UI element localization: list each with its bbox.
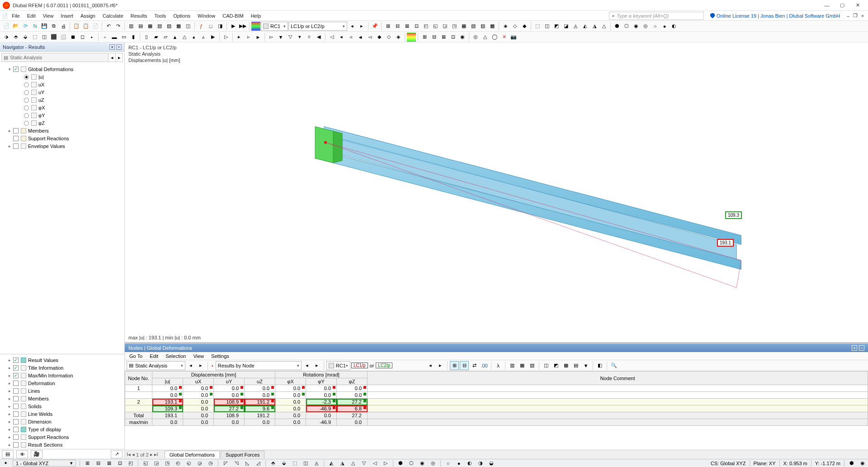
sb-3[interactable]: ⊠	[105, 460, 113, 467]
view-btn-10[interactable]: ▧	[469, 22, 478, 31]
view-btn-3[interactable]: ⊠	[402, 22, 411, 31]
panel-3[interactable]: ▦	[146, 22, 155, 31]
menu-edit[interactable]: Edit	[24, 11, 39, 21]
tb2-23[interactable]: ▷	[222, 33, 231, 42]
sb-23[interactable]: ◮	[339, 460, 346, 467]
rp-next3[interactable]: ▸	[436, 361, 445, 370]
tb2-48[interactable]: △	[481, 33, 490, 42]
rp-menu-settings[interactable]: Settings	[211, 353, 229, 359]
view-btn-16[interactable]: ⬚	[533, 22, 542, 31]
view-btn-23[interactable]: △	[599, 22, 609, 31]
sb-12[interactable]: ◷	[207, 460, 214, 467]
view-btn-14[interactable]: ◇	[510, 22, 519, 31]
analysis-type-combo[interactable]: ▤Static Analysis	[1, 53, 108, 62]
menu-tools[interactable]: Tools	[151, 11, 170, 21]
func-3[interactable]: ◨	[216, 22, 225, 31]
tree-item-envelopevalues[interactable]: ▸Envelope Values	[2, 143, 123, 150]
sb-17[interactable]: ⬘	[269, 460, 277, 467]
col-uX[interactable]: uX	[183, 378, 214, 385]
nav-tab-2[interactable]: 👁	[16, 450, 28, 458]
view-btn-8[interactable]: ◳	[450, 22, 459, 31]
rp-tool-1[interactable]: ⊞	[450, 361, 459, 370]
col-|u|[interactable]: |u|	[152, 378, 183, 385]
col-φY[interactable]: φY	[306, 378, 337, 385]
sb-15[interactable]: ◺	[244, 460, 251, 467]
rp-resultsby-combo[interactable]: Results by Node	[216, 361, 302, 370]
rp-tool-8[interactable]: ▧	[528, 361, 537, 370]
sb-22[interactable]: ◭	[328, 460, 335, 467]
rp-help-button[interactable]: 🔍	[609, 361, 618, 370]
lower-item-max-min-information[interactable]: ▸Max/Min Information	[2, 372, 123, 379]
sb-36[interactable]: ◒	[488, 460, 495, 467]
view-btn-24[interactable]: ⬢	[613, 22, 622, 31]
lower-item-result-values[interactable]: ▸Result Values	[2, 357, 123, 364]
tb2-32[interactable]: ◀	[314, 33, 323, 42]
sb-2[interactable]: ⊟	[94, 460, 102, 467]
tb2-19[interactable]: △	[180, 33, 189, 42]
camera-button[interactable]: 📷	[509, 33, 518, 42]
view-btn-21[interactable]: ◭	[580, 22, 590, 31]
menu-file[interactable]: File	[8, 11, 24, 21]
sb-7[interactable]: ◲	[153, 460, 160, 467]
panel-2[interactable]: ▤	[136, 22, 145, 31]
calc-all-button[interactable]: ▶▶	[238, 22, 247, 31]
sb-end1[interactable]: ⬢	[848, 460, 855, 467]
tb2-42[interactable]: ⊞	[420, 33, 429, 42]
sb-10[interactable]: ◵	[185, 460, 193, 467]
viewport[interactable]: RC1 - LC1/p or LC2/p Static Analysis Dis…	[125, 43, 868, 459]
rp-tool-5[interactable]: λ	[494, 361, 503, 370]
tree-item-globaldeformations[interactable]: ▾Global Deformations	[2, 66, 123, 73]
tb2-8[interactable]: ◼	[68, 33, 77, 42]
file-icon[interactable]: 📄	[2, 11, 8, 21]
view-btn-27[interactable]: ◎	[641, 22, 650, 31]
col-uZ[interactable]: uZ	[245, 378, 275, 385]
panel-1[interactable]: ▥	[127, 22, 136, 31]
view-btn-1[interactable]: ⊞	[383, 22, 392, 31]
tb2-35[interactable]: ◃	[346, 33, 355, 42]
tb2-13[interactable]: ▭	[119, 33, 128, 42]
view-btn-20[interactable]: ◬	[571, 22, 580, 31]
view-btn-19[interactable]: ◪	[561, 22, 571, 31]
sb-26[interactable]: ◁	[371, 460, 378, 467]
doc-minimize[interactable]: –	[844, 12, 852, 19]
sb-32[interactable]: ○	[444, 460, 452, 467]
func-1[interactable]: ƒ	[197, 22, 206, 31]
rp-tool-6[interactable]: ▥	[508, 361, 517, 370]
rp-tool-4[interactable]: .00	[480, 361, 489, 370]
sb-34[interactable]: ◐	[466, 460, 473, 467]
panel-7[interactable]: ◫	[184, 22, 193, 31]
sb-end2[interactable]: ◉	[859, 460, 866, 467]
rp-tool-12[interactable]: ▤	[571, 361, 580, 370]
rp-menu-selection[interactable]: Selection	[165, 353, 186, 359]
view-btn-12[interactable]: ▩	[488, 22, 497, 31]
calc-button[interactable]: ▶	[229, 22, 238, 31]
sb-5[interactable]: ◰	[127, 460, 134, 467]
rp-tool-3[interactable]: ⇄	[470, 361, 479, 370]
results-color-btn[interactable]	[407, 33, 416, 42]
sb-8[interactable]: ◳	[164, 460, 171, 467]
color-scale-button[interactable]	[251, 22, 260, 31]
table-row[interactable]: 10.00.00.00.00.00.00.0	[125, 385, 868, 392]
pager-first[interactable]: I◂	[127, 452, 131, 457]
lower-item-title-information[interactable]: ▸Title Information	[2, 364, 123, 372]
tree-item-uz[interactable]: uZ	[2, 96, 123, 104]
minimize-button[interactable]: —	[819, 0, 835, 10]
view-btn-15[interactable]: ◆	[520, 22, 529, 31]
sb-cs-icon[interactable]: ✦	[2, 460, 9, 467]
view-btn-26[interactable]: ◉	[632, 22, 641, 31]
saveall-button[interactable]: ⧉	[49, 22, 58, 31]
pin-button[interactable]: 📌	[370, 22, 379, 31]
view-btn-29[interactable]: ●	[660, 22, 669, 31]
sb-13[interactable]: ◸	[222, 460, 229, 467]
sb-21[interactable]: ◬	[313, 460, 320, 467]
table-row[interactable]: 0.00.00.00.00.00.00.0	[125, 392, 868, 399]
view-btn-25[interactable]: ⬡	[622, 22, 631, 31]
tb2-1[interactable]: ⬗	[2, 33, 11, 42]
sb-1[interactable]: ⊞	[84, 460, 91, 467]
view-btn-13[interactable]: ◈	[501, 22, 510, 31]
lower-item-solids[interactable]: ▸Solids	[2, 403, 123, 410]
rp-next2[interactable]: ▸	[312, 361, 321, 370]
tb2-3[interactable]: ⬙	[21, 33, 30, 42]
view-btn-9[interactable]: ▦	[459, 22, 468, 31]
tb2-11[interactable]: ▫	[100, 33, 109, 42]
